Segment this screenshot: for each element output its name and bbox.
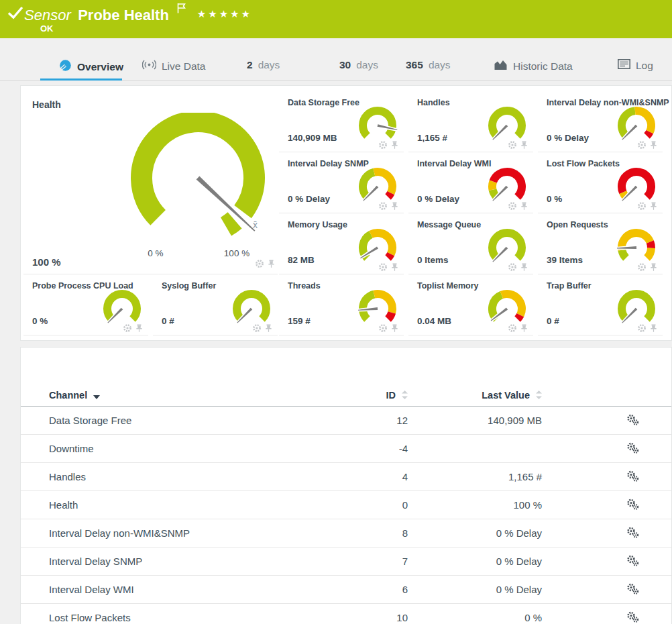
channel-id: 12 [357,415,408,426]
gauge-title: Health [32,99,61,110]
gauge-actions[interactable] [508,262,528,272]
tab-label: Historic Data [513,60,573,72]
gauge-card-handles: Handles1,165 # [408,91,533,152]
gauge-value: 0 % [547,194,562,204]
gauge-dial [103,288,143,328]
channel-settings-gear-icon[interactable] [626,441,640,456]
gauge-value: 0 # [162,316,174,326]
channel-last-value: 100 % [408,499,542,511]
gauge-actions[interactable] [378,323,398,333]
gauge-dial [617,105,657,145]
sort-toggle-icon [536,391,542,401]
tab-2-days[interactable]: 2 days [247,59,280,71]
gauge-title: Open Requests [547,220,608,229]
column-header-id[interactable]: ID [357,390,408,401]
channel-settings-gear-icon[interactable] [626,470,640,484]
priority-stars[interactable]: ★★★★★ [197,8,252,19]
gauge-actions[interactable] [637,323,657,333]
gauge-actions[interactable] [637,201,657,211]
gauge-actions[interactable] [255,259,275,268]
tab-30-days[interactable]: 30 days [339,59,378,71]
gauge-actions[interactable] [378,262,398,272]
tab-365-days[interactable]: 365 days [406,59,451,71]
table-row: Interval Delay SNMP70 % Delay [21,548,671,576]
gauge-dial [617,166,657,206]
gauge-dial [358,227,398,267]
channel-settings-gear-icon[interactable] [626,413,640,428]
channel-last-value: 0 % Delay [408,584,542,595]
gauge-actions[interactable] [508,140,528,150]
tab-overview[interactable]: Overview [59,59,123,74]
channel-settings-gear-icon[interactable] [626,498,640,513]
channel-name[interactable]: Interval Delay SNMP [21,556,357,567]
gauge-title: Message Queue [417,220,481,229]
channel-name[interactable]: Lost Flow Packets [21,612,357,623]
gauge-title: Interval Delay WMI [417,159,491,168]
gauge-dial [358,166,398,206]
channels-table: Channel ID Last Value [21,385,671,624]
tab-label: Log [636,60,653,72]
gauge-value: 0 % Delay [547,133,589,143]
channel-id: 4 [357,471,408,482]
channel-id: 0 [357,499,408,511]
flag-icon[interactable] [177,3,186,16]
gauge-card-interval-delay-snmp: Interval Delay SNMP0 % Delay [279,152,404,213]
channel-name[interactable]: Handles [21,471,357,482]
channel-name[interactable]: Downtime [21,443,357,454]
channel-name[interactable]: Health [21,499,357,511]
gauge-value: 0.04 MB [417,316,451,326]
channel-settings-gear-icon[interactable] [626,554,640,569]
table-row: Data Storage Free12140,909 MB [21,407,671,435]
ok-check-icon [7,6,23,22]
gauge-value: 159 # [288,316,311,326]
active-tab-underline [40,79,122,81]
channel-settings-gear-icon[interactable] [626,611,640,624]
channel-last-value: 0 % Delay [408,527,542,539]
gauge-dial [488,105,528,145]
channel-id: 7 [357,556,408,567]
average-marker: x̄ [253,219,258,230]
table-row: Interval Delay WMI60 % Delay [21,576,671,604]
tab-label: Overview [77,61,123,73]
live-signal-icon [142,59,156,73]
channel-settings-gear-icon[interactable] [626,526,640,541]
gauge-title: Trap Buffer [547,281,592,291]
page-title: Probe Health [78,7,169,23]
channel-name[interactable]: Interval Delay WMI [21,584,357,595]
tab-historic-data[interactable]: Historic Data [494,59,573,73]
gauge-title: Memory Usage [288,220,347,229]
channel-id: -4 [357,443,408,454]
channel-settings-gear-icon[interactable] [626,582,640,597]
table-row: Interval Delay non-WMI&SNMP80 % Delay [21,519,671,548]
gauge-dial [488,227,528,267]
gauge-actions[interactable] [123,323,143,333]
channel-last-value: 140,909 MB [408,415,542,426]
gauge-title: Interval Delay SNMP [288,159,369,168]
gauge-actions[interactable] [252,323,272,333]
channel-last-value: 0 % Delay [408,556,542,567]
gauge-title: Handles [417,98,450,107]
gauge-card-interval-delay-wmi: Interval Delay WMI0 % Delay [408,152,533,213]
gauge-actions[interactable] [508,323,528,333]
gauge-actions[interactable] [637,262,657,272]
tab-live-data[interactable]: Live Data [142,59,205,73]
channel-name[interactable]: Interval Delay non-WMI&SNMP [21,527,357,539]
gauge-actions[interactable] [378,201,398,211]
gauge-value: 82 MB [288,255,315,265]
gauge-card-health: Health x̄ 0 % 100 % 100 % [23,91,278,274]
column-header-channel[interactable]: Channel [21,390,357,401]
table-row: Health0100 % [21,491,671,519]
gauge-card-threads: Threads159 # [279,274,404,335]
gauge-dial [358,105,398,145]
tab-log[interactable]: Log [618,59,653,72]
column-header-last-value[interactable]: Last Value [408,390,542,401]
gauge-card-message-queue: Message Queue0 Items [408,213,533,274]
channel-id: 8 [357,527,408,539]
gauge-actions[interactable] [508,201,528,211]
gauge-actions[interactable] [637,140,657,150]
gauge-actions[interactable] [378,140,398,150]
table-row: Downtime-4 [21,435,671,463]
gauge-value: 100 % [32,256,61,268]
gauge-value: 0 Items [417,255,449,265]
channel-name[interactable]: Data Storage Free [21,415,357,426]
